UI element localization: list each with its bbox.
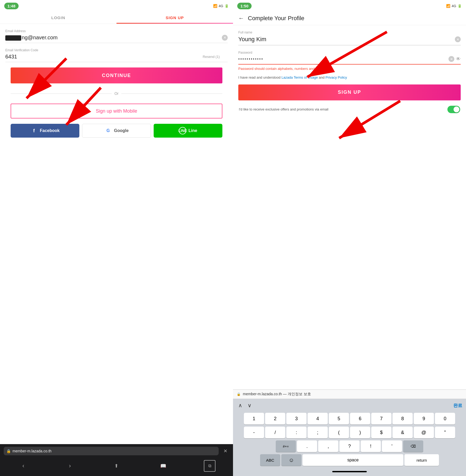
keyboard-area: 🔒 member-m.lazada.co.th — 개인정보 보호 ∧ ∨ 완료… xyxy=(233,389,466,476)
key-close-paren[interactable]: ) xyxy=(350,427,370,438)
tab-signup[interactable]: SIGN UP xyxy=(116,12,233,24)
or-line-right xyxy=(121,94,222,94)
email-field-row: ng@naver.com ✕ xyxy=(5,35,228,43)
browser-nav-bar: ‹ › ⬆ 📖 ⧉ xyxy=(0,458,233,476)
continue-label: CONTINUE xyxy=(102,73,131,78)
terms-link2[interactable]: Privacy Policy xyxy=(326,75,347,79)
password-error: Password should contain alphabets, numbe… xyxy=(238,67,461,71)
password-clear-button[interactable]: ✕ xyxy=(448,56,454,62)
key-0[interactable]: 0 xyxy=(435,413,455,424)
key-3[interactable]: 3 xyxy=(286,413,307,424)
back-button[interactable]: ← xyxy=(238,15,244,22)
nav-bookmark-button[interactable]: 📖 xyxy=(157,460,169,472)
key-6[interactable]: 6 xyxy=(350,413,370,424)
email-redacted xyxy=(5,35,21,41)
social-buttons: f Facebook G Google LINE Line xyxy=(5,124,228,138)
or-divider: Or xyxy=(5,83,228,104)
key-apostrophe[interactable]: ' xyxy=(382,440,402,452)
battery-icon-right: 🔋 xyxy=(458,4,462,8)
keyboard-up-button[interactable]: ∧ xyxy=(237,401,244,410)
key-exclaim[interactable]: ! xyxy=(361,440,381,452)
key-emoji[interactable]: ☺ xyxy=(281,454,301,466)
url-bar: 🔒 member-m.lazada.co.th ✕ xyxy=(0,444,233,458)
keyboard-alpha-row: #+= . , ? ! ' ⌫ xyxy=(233,439,466,453)
time-left: 1:48 xyxy=(4,3,19,9)
key-space[interactable]: space xyxy=(303,454,403,466)
signal-icon-right: 📶 xyxy=(446,4,450,8)
facebook-button[interactable]: f Facebook xyxy=(11,124,79,138)
key-abc[interactable]: ABC xyxy=(260,454,280,466)
key-1[interactable]: 1 xyxy=(244,413,264,424)
line-button[interactable]: LINE Line xyxy=(154,124,222,138)
key-8[interactable]: 8 xyxy=(392,413,413,424)
signal-icon-left: 📶 xyxy=(213,4,217,8)
key-quote[interactable]: " xyxy=(435,427,455,438)
mobile-signup-label: Sign up with Mobile xyxy=(96,108,137,114)
key-colon[interactable]: : xyxy=(286,427,307,438)
email-clear-button[interactable]: ✕ xyxy=(222,35,228,41)
key-comma[interactable]: , xyxy=(318,440,338,452)
close-tab-button[interactable]: ✕ xyxy=(221,447,229,455)
status-icons-right: 📶 4G 🔋 xyxy=(446,4,462,8)
url-text-left: member-m.lazada.co.th xyxy=(12,449,51,453)
nav-tabs-button[interactable]: ⧉ xyxy=(204,460,215,472)
keyboard-nav-left: ∧ ∨ xyxy=(237,401,253,410)
key-dot[interactable]: . xyxy=(297,440,317,452)
facebook-icon: f xyxy=(30,127,38,134)
signup-button[interactable]: SIGN UP xyxy=(238,84,461,100)
or-text: Or xyxy=(114,91,119,96)
password-label: Password xyxy=(238,51,461,54)
line-icon: LINE xyxy=(179,127,186,134)
nav-back-button[interactable]: ‹ xyxy=(18,460,29,472)
key-dash[interactable]: - xyxy=(244,427,264,438)
terms-link1[interactable]: Lazada Terms of Usage xyxy=(282,75,318,79)
network-right: 4G xyxy=(452,4,456,8)
status-bar-right: 1:50 📶 4G 🔋 xyxy=(233,0,466,12)
resend-label[interactable]: Resend (1) xyxy=(203,55,220,59)
key-dollar[interactable]: $ xyxy=(371,427,391,438)
key-9[interactable]: 9 xyxy=(414,413,434,424)
key-7[interactable]: 7 xyxy=(371,413,391,424)
left-phone-panel: 1:48 📶 4G 🔋 LOGIN SIGN UP Email Address … xyxy=(0,0,233,476)
mobile-signup-button[interactable]: Sign up with Mobile xyxy=(11,104,222,118)
key-4[interactable]: 4 xyxy=(308,413,328,424)
tab-indicator xyxy=(116,23,233,24)
promo-row: I'd like to receive exclusive offers and… xyxy=(238,106,461,113)
promo-toggle[interactable] xyxy=(447,106,460,113)
signup-form-left: Email Address ng@naver.com ✕ Email Verif… xyxy=(0,24,233,476)
continue-button[interactable]: CONTINUE xyxy=(11,67,222,83)
key-2[interactable]: 2 xyxy=(265,413,285,424)
lock-icon-left: 🔒 xyxy=(6,449,11,453)
key-ampersand[interactable]: & xyxy=(392,427,413,438)
key-semicolon[interactable]: ; xyxy=(308,427,328,438)
line-label: Line xyxy=(188,128,197,133)
key-at[interactable]: @ xyxy=(414,427,434,438)
key-slash[interactable]: / xyxy=(265,427,285,438)
eye-icon[interactable]: 👁 xyxy=(456,56,461,62)
key-question[interactable]: ? xyxy=(339,440,360,452)
keyboard-done-button[interactable]: 완료 xyxy=(453,402,462,409)
key-hash[interactable]: #+= xyxy=(276,440,296,452)
fullname-clear-button[interactable]: ✕ xyxy=(455,36,461,42)
nav-forward-button[interactable]: › xyxy=(64,460,76,472)
status-icons-left: 📶 4G 🔋 xyxy=(213,4,229,8)
email-value: ng@naver.com xyxy=(5,35,222,41)
fullname-field-row: Young Kim ✕ xyxy=(238,36,461,45)
or-line-left xyxy=(11,94,112,94)
key-return[interactable]: return xyxy=(404,454,439,466)
keyboard-symbol-row: - / : ; ( ) $ & @ " xyxy=(233,426,466,439)
keyboard-down-button[interactable]: ∨ xyxy=(246,401,253,410)
promo-text: I'd like to receive exclusive offers and… xyxy=(239,107,447,111)
tab-bar: LOGIN SIGN UP xyxy=(0,12,233,24)
nav-share-button[interactable]: ⬆ xyxy=(111,460,122,472)
email-code-field-row: 6431 Resend (1) xyxy=(5,54,228,62)
google-label: Google xyxy=(114,128,128,133)
email-code-label: Email Verification Code xyxy=(5,48,228,52)
keyboard-action-row: ABC ☺ space return xyxy=(233,453,466,467)
tab-login[interactable]: LOGIN xyxy=(0,12,116,24)
key-5[interactable]: 5 xyxy=(329,413,349,424)
key-backspace[interactable]: ⌫ xyxy=(403,440,423,452)
google-button[interactable]: G Google xyxy=(82,124,151,138)
key-open-paren[interactable]: ( xyxy=(329,427,349,438)
profile-header: ← Complete Your Profile xyxy=(233,12,466,25)
